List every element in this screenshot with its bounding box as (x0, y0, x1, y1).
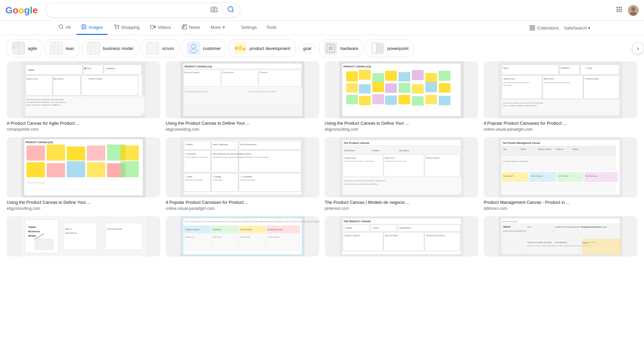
search-button[interactable] (227, 6, 234, 15)
result-card-12[interactable]: NutrianceGames Gamer Gamer who is intere… (484, 216, 637, 258)
filter-chip-goal[interactable]: goal (298, 44, 317, 53)
svg-text:BIG PICTURE: BIG PICTURE (385, 235, 398, 237)
filter-lean-label: lean (66, 46, 74, 51)
collections-button[interactable]: Collections (529, 25, 559, 31)
svg-rect-6 (617, 9, 618, 10)
svg-text:Personas are a great way to de: Personas are a great way to describe tar… (344, 180, 385, 182)
svg-point-13 (631, 7, 635, 11)
tab-all[interactable]: All (54, 21, 75, 35)
result-card-9[interactable]: Viable Business Model Right ux right fea… (7, 216, 160, 258)
apps-button[interactable] (616, 6, 623, 14)
chevron-down-icon: ▾ (223, 25, 225, 30)
svg-rect-29 (530, 28, 532, 30)
svg-rect-223 (584, 172, 618, 182)
svg-text:right features: right features (65, 232, 77, 234)
tab-videos-label: Videos (158, 25, 171, 30)
svg-text:📊 Metrics: 📊 Metrics (106, 67, 115, 70)
result-card-6[interactable]: ⬡ Name Vision Statement Aim of the produ… (166, 137, 319, 211)
svg-text:Product Details: Product Details (585, 78, 599, 80)
svg-rect-34 (50, 42, 63, 55)
svg-text:TARGET GROUP: TARGET GROUP (185, 229, 200, 231)
svg-rect-3 (617, 7, 618, 8)
divider (223, 7, 223, 14)
svg-rect-106 (385, 83, 397, 93)
svg-text:⬡ Personas: ⬡ Personas (185, 153, 196, 155)
tab-news[interactable]: News (177, 21, 205, 35)
svg-text:Starter: Starter (583, 242, 588, 244)
svg-rect-239 (105, 223, 142, 250)
result-5-source: ebgconsulting.com (7, 206, 160, 211)
svg-text:Potential constraints: Potential constraints (240, 179, 256, 181)
result-card-3[interactable]: PRODUCT CANVAS (1/2) (325, 61, 478, 132)
result-card-5[interactable]: PRODUCT CANVAS (2/2) Persona & journey i… (7, 137, 160, 211)
tab-videos[interactable]: Videos (146, 21, 176, 35)
result-card-11[interactable]: THE PRODUCT CANVAS ○ NAME ○ GOAL 📊 METRI… (325, 216, 478, 258)
camera-search-button[interactable] (209, 6, 219, 14)
svg-text:Business Model: Business Model (538, 148, 551, 150)
svg-line-2 (232, 11, 234, 12)
svg-rect-158 (183, 140, 302, 195)
tab-shopping[interactable]: Shopping (109, 21, 144, 35)
svg-rect-32 (13, 46, 15, 49)
result-card-10[interactable]: This canvas shows the financial dependen… (166, 216, 319, 258)
tab-shopping-label: Shopping (121, 25, 140, 30)
svg-text:TARGET GROUP: TARGET GROUP (344, 235, 360, 237)
svg-rect-10 (619, 11, 620, 12)
filter-chip-customer[interactable]: customer (182, 39, 226, 57)
filter-scrum-label: scrum (162, 46, 174, 51)
svg-rect-87 (184, 87, 303, 87)
svg-text:Market: Market (521, 148, 526, 150)
svg-text:THE PRODUCT CANVAS: THE PRODUCT CANVAS (343, 220, 371, 223)
tab-images[interactable]: Images (76, 21, 108, 35)
search-input[interactable]: product canvas (51, 7, 207, 13)
filter-chip-hardware[interactable]: hardware (319, 39, 363, 57)
avatar[interactable] (628, 5, 639, 16)
svg-text:High level main features: High level main features (185, 179, 203, 181)
svg-point-1 (228, 7, 233, 12)
filter-bar: agile lean business model scrum customer… (0, 35, 644, 61)
filter-agile-label: agile (28, 46, 37, 51)
filter-next-button[interactable]: › (632, 42, 644, 54)
filter-powerpoint-label: powerpoint (387, 46, 409, 51)
svg-text:⬡ Design: ⬡ Design (213, 176, 221, 178)
filter-chip-lean[interactable]: lean (45, 39, 79, 57)
result-7-title: The Product Canvas | Modelo de negocio .… (325, 199, 478, 205)
result-card-1[interactable]: Name 🎯 Goal 📊 Metrics Target Group Big P… (7, 61, 160, 132)
result-card-7[interactable]: The Product Canvas Vision/Goal ⊙ Name De… (325, 137, 478, 211)
filter-chip-business-model[interactable]: business model (82, 39, 138, 57)
svg-rect-58 (376, 44, 383, 53)
svg-text:EvangelistR: EvangelistR (503, 175, 513, 177)
svg-rect-186 (343, 145, 462, 146)
svg-text:Model: Model (28, 234, 36, 237)
svg-text:The decided user experience. T: The decided user experience. The user jo… (26, 101, 67, 103)
tab-settings[interactable]: Settings (236, 21, 262, 34)
safesearch-button[interactable]: SafeSearch ▾ (564, 25, 590, 31)
svg-text:Idea: Idea (503, 148, 507, 150)
svg-text:The users and the customers (U: The users and the customers (UX)... (503, 81, 530, 83)
result-2-source: ebgconsulting.com (166, 127, 319, 132)
svg-rect-98 (385, 71, 397, 81)
svg-rect-150 (47, 163, 65, 177)
google-logo: Google (5, 5, 38, 16)
svg-rect-221 (529, 172, 556, 182)
svg-rect-51 (239, 46, 242, 50)
result-6-source: online.visual-paradigm.com (166, 206, 319, 211)
filter-chip-product-development[interactable]: product development (228, 39, 295, 57)
svg-text:The decided user experience (U: The decided user experience (UX)... (544, 81, 571, 83)
svg-text:Personas are a great way to de: Personas are a great way to describe the… (503, 102, 543, 104)
filter-chip-scrum[interactable]: scrum (141, 39, 179, 57)
result-card-4[interactable]: Name ⬡ Goal 📊 Metrics Target Group Big P… (484, 61, 637, 132)
tab-more[interactable]: More ▾ (206, 21, 230, 34)
svg-text:How Personas Live the Product: How Personas Live the Product (213, 153, 241, 155)
result-card-2[interactable]: PRODUCT CANVAS (1/2) Revenue Streams Cos… (166, 61, 319, 132)
filter-chip-powerpoint[interactable]: powerpoint (366, 39, 414, 57)
result-6-title: 4 Popular Product Canvases for Product .… (166, 199, 319, 205)
result-card-8[interactable]: The Product Management Canvas Idea Marke… (484, 137, 637, 211)
svg-text:○ NAME: ○ NAME (344, 227, 352, 229)
svg-rect-40 (87, 42, 100, 55)
shopping-icon (114, 24, 119, 31)
result-7-source: pinterest.com (325, 206, 478, 211)
filter-chip-agile[interactable]: agile (7, 39, 42, 57)
svg-rect-212 (589, 146, 616, 156)
tab-tools[interactable]: Tools (262, 21, 281, 34)
